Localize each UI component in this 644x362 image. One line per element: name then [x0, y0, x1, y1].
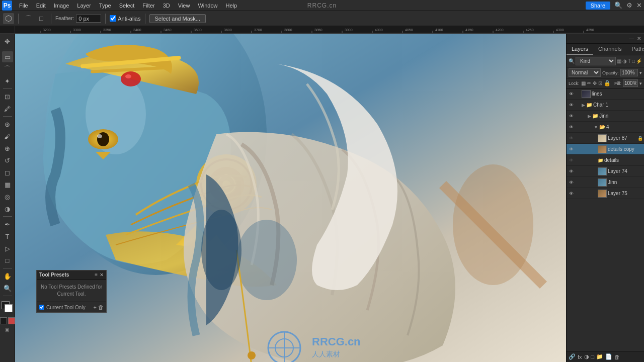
layer-new-icon[interactable]: 📄 — [605, 353, 612, 360]
toolbar-tool-icon[interactable]: ⬡ — [3, 13, 14, 24]
screen-mode[interactable]: ▣ — [5, 327, 10, 332]
layer-visibility-toggle[interactable]: 👁 — [568, 135, 575, 142]
background-color[interactable] — [5, 304, 13, 312]
eyedropper-tool[interactable]: 🖉 — [2, 103, 13, 114]
lasso-tool[interactable]: ⌒ — [2, 63, 13, 74]
shape-tool[interactable]: □ — [2, 255, 13, 266]
close-icon[interactable]: ✕ — [636, 2, 642, 9]
layer-visibility-toggle[interactable]: 👁 — [568, 90, 575, 98]
crop-tool[interactable]: ⊡ — [2, 91, 13, 102]
menu-edit[interactable]: Edit — [32, 2, 50, 10]
lock-move-icon[interactable]: ✥ — [593, 80, 597, 86]
settings-icon[interactable]: ⚙ — [626, 2, 632, 9]
adjust-icon[interactable]: ◑ — [584, 353, 589, 360]
menu-filter[interactable]: Filter — [138, 2, 158, 10]
current-tool-only-checkbox[interactable] — [39, 305, 44, 310]
layers-list[interactable]: 👁 lines 👁 ▶ 📁 Char 1 👁 ▶ 📁 Jinn — [567, 88, 644, 351]
tool-presets-close[interactable]: ✕ — [100, 272, 104, 278]
select-mask-button[interactable]: Select and Mask... — [149, 14, 206, 23]
lock-pixel-icon[interactable]: ▦ — [581, 80, 586, 86]
folder-collapse-arrow[interactable]: ▼ — [594, 125, 598, 130]
menu-view[interactable]: View — [174, 2, 194, 10]
dodge-tool[interactable]: ◑ — [2, 203, 13, 214]
filter-adj-icon[interactable]: ◑ — [622, 58, 627, 64]
marquee-tool[interactable]: ▭ — [2, 51, 13, 62]
fill-chevron[interactable]: ▾ — [639, 81, 642, 86]
layer-item[interactable]: 👁 details copy — [567, 144, 644, 155]
menu-select[interactable]: Select — [115, 2, 139, 10]
canvas-area[interactable]: RRCG.cn 人人素材 Tool Presets ≡ ✕ No Tool Pr… — [15, 34, 566, 362]
antialias-checkbox[interactable] — [110, 15, 116, 22]
clone-tool[interactable]: ⊕ — [2, 143, 13, 154]
menu-window[interactable]: Window — [194, 2, 221, 10]
panel-collapse-icon[interactable]: — — [629, 36, 634, 41]
layer-visibility-toggle[interactable]: 👁 — [568, 168, 575, 175]
tool-presets-menu[interactable]: ≡ — [95, 272, 98, 278]
gradient-tool[interactable]: ▦ — [2, 179, 13, 190]
folder-collapse-arrow[interactable]: ▶ — [588, 114, 591, 119]
blur-tool[interactable]: ◎ — [2, 191, 13, 202]
link-icon[interactable]: 🔗 — [569, 353, 576, 360]
mask-icon[interactable]: □ — [591, 354, 595, 360]
antialias-checkbox-label[interactable]: Anti-alias — [110, 15, 140, 22]
menu-type[interactable]: Type — [95, 2, 115, 10]
layer-item[interactable]: 👁 Layer 75 — [567, 188, 644, 199]
menu-layer[interactable]: Layer — [73, 2, 95, 10]
lock-all-icon[interactable]: 🔒 — [604, 80, 611, 86]
blend-mode-select[interactable]: Normal — [569, 68, 601, 77]
add-preset-icon[interactable]: + — [94, 304, 97, 310]
quick-mask-mode[interactable] — [8, 317, 15, 324]
opacity-chevron[interactable]: ▾ — [639, 70, 642, 75]
layer-visibility-toggle[interactable]: 👁 — [568, 190, 575, 197]
layer-item[interactable]: 👁 ▼ 📂 4 — [567, 122, 644, 133]
hand-tool[interactable]: ✋ — [2, 270, 13, 282]
layer-visibility-toggle[interactable]: 👁 — [568, 124, 575, 131]
panel-close-icon[interactable]: ✕ — [637, 36, 641, 41]
opacity-input[interactable] — [620, 69, 638, 76]
layer-visibility-toggle[interactable]: 👁 — [568, 157, 575, 164]
tab-channels[interactable]: Channels — [593, 44, 626, 55]
tab-paths[interactable]: Paths — [627, 44, 644, 55]
layer-visibility-toggle[interactable]: 👁 — [568, 102, 575, 109]
delete-icon[interactable]: 🗑 — [614, 354, 620, 360]
share-button[interactable]: Share — [586, 2, 610, 10]
toolbar-rect-icon[interactable]: □ — [36, 13, 47, 24]
folder-new-icon[interactable]: 📁 — [596, 353, 603, 360]
magic-wand-tool[interactable]: ✦ — [2, 75, 13, 86]
search-icon[interactable]: 🔍 — [614, 2, 622, 9]
tab-layers[interactable]: Layers — [567, 44, 593, 55]
toolbar-lasso-icon[interactable]: ⌒ — [23, 13, 34, 24]
history-brush-tool[interactable]: ↺ — [2, 155, 13, 166]
brush-tool[interactable]: 🖌 — [2, 131, 13, 142]
filter-type-icon[interactable]: T — [628, 58, 631, 64]
folder-collapse-arrow[interactable]: ▶ — [582, 103, 585, 108]
feather-input[interactable] — [76, 15, 101, 23]
menu-image[interactable]: Image — [50, 2, 73, 10]
lock-artboard-icon[interactable]: ⊡ — [598, 80, 602, 86]
filter-pixel-icon[interactable]: ▦ — [617, 58, 621, 64]
layer-visibility-toggle[interactable]: 👁 — [568, 146, 575, 153]
menu-file[interactable]: File — [15, 2, 32, 10]
fill-input[interactable] — [623, 79, 638, 87]
layer-item[interactable]: 👁 ▶ 📁 Jinn — [567, 111, 644, 122]
menu-help[interactable]: Help — [222, 2, 242, 10]
layer-item[interactable]: 👁 Layer 74 — [567, 166, 644, 177]
filter-shape-icon[interactable]: □ — [632, 58, 635, 64]
layer-visibility-toggle[interactable]: 👁 — [568, 179, 575, 186]
eraser-tool[interactable]: ◻ — [2, 167, 13, 178]
menu-3d[interactable]: 3D — [159, 2, 174, 10]
layer-item[interactable]: 👁 Jinn — [567, 177, 644, 188]
layer-visibility-toggle[interactable]: 👁 — [568, 113, 575, 120]
text-tool[interactable]: T — [2, 231, 13, 242]
spot-heal-tool[interactable]: ⊛ — [2, 119, 13, 130]
pen-tool[interactable]: ✒ — [2, 219, 13, 230]
layer-item[interactable]: 👁 📁 details — [567, 155, 644, 166]
kind-filter-select[interactable]: Kind — [576, 57, 616, 65]
layer-item[interactable]: 👁 ▶ 📁 Char 1 — [567, 100, 644, 111]
layer-item[interactable]: 👁 lines — [567, 88, 644, 100]
filter-smart-icon[interactable]: ⚡ — [636, 58, 642, 64]
delete-preset-icon[interactable]: 🗑 — [98, 304, 104, 310]
lock-draw-icon[interactable]: ✏ — [587, 80, 591, 86]
fx-icon[interactable]: fx — [578, 354, 582, 360]
path-select-tool[interactable]: ▷ — [2, 243, 13, 254]
